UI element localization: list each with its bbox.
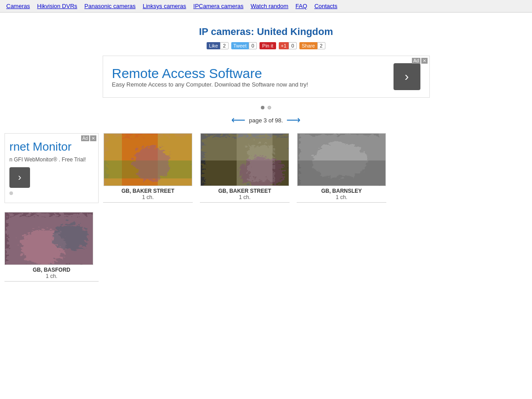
- main-content: IP cameras: United Kingdom Like 2 Tweet …: [0, 13, 532, 286]
- ad-label: Ad: [412, 58, 420, 64]
- left-ad-close-button[interactable]: ✕: [90, 135, 96, 141]
- ad-dot-1: [261, 106, 264, 109]
- pagination: ⟵ page 3 of 98. ⟶: [4, 114, 528, 126]
- svg-rect-14: [246, 143, 272, 178]
- social-row: Like 2 Tweet 0 Pin it +1 0 Share 2: [4, 42, 528, 49]
- nav-hikvision[interactable]: Hikvision DVRs: [35, 2, 80, 10]
- camera-thumb-2[interactable]: [297, 133, 386, 186]
- left-ad-sidebar: Ad ✕ rnet Monitor n GFI WebMonitor® . Fr…: [4, 133, 103, 282]
- ad-close-controls: Ad ✕: [412, 58, 427, 64]
- page-title: IP cameras: United Kingdom: [4, 26, 528, 38]
- page-info: page 3 of 98.: [249, 117, 283, 124]
- nav-contacts[interactable]: Contacts: [311, 2, 340, 10]
- left-ad-label: Ad: [81, 135, 89, 141]
- facebook-like-button[interactable]: Like 2: [207, 42, 228, 49]
- svg-point-3: [50, 221, 86, 248]
- camera-label-0: GB, BAKER STREET: [121, 188, 174, 194]
- camera-row-1: GB, BAKER STREET 1 ch.: [103, 133, 528, 203]
- left-ad-dot: [9, 191, 13, 195]
- camera-ch-2: 1 ch.: [297, 194, 386, 203]
- prev-page-button[interactable]: ⟵: [231, 114, 246, 126]
- camera-grid: GB, BAKER STREET 1 ch.: [103, 133, 528, 282]
- left-ad-heading: rnet Monitor: [9, 140, 94, 154]
- thumb-svg-2: [298, 134, 386, 186]
- ad-text: Remote Access Software Easy Remote Acces…: [112, 66, 308, 88]
- next-page-button[interactable]: ⟶: [286, 114, 301, 126]
- ad-banner: Ad ✕ Remote Access Software Easy Remote …: [103, 56, 430, 98]
- thumb-svg-0: [104, 134, 192, 186]
- nav-linksys[interactable]: Linksys cameras: [140, 2, 189, 10]
- fb-like-count: 2: [220, 42, 228, 49]
- fb-like-label: Like: [207, 42, 220, 49]
- camera-item-0: GB, BAKER STREET 1 ch.: [103, 133, 193, 203]
- camera-item-2: GB, BARNSLEY 1 ch.: [297, 133, 386, 203]
- camera-basford-ch: 1 ch.: [4, 273, 99, 282]
- nav-cameras[interactable]: Cameras: [4, 2, 33, 10]
- camera-thumb-0[interactable]: [104, 133, 192, 186]
- tw-tweet-label: Tweet: [231, 42, 249, 49]
- camera-label-1: GB, BAKER STREET: [218, 188, 271, 194]
- ad-close-button[interactable]: ✕: [421, 58, 428, 64]
- camera-basford-container: GB, BASFORD 1 ch.: [4, 212, 99, 282]
- share-count: 2: [317, 42, 325, 49]
- ad-dots: [4, 104, 528, 111]
- nav-watch-random[interactable]: Watch random: [248, 2, 291, 10]
- ad-heading: Remote Access Software: [112, 66, 308, 81]
- thumb-svg-1: [201, 134, 289, 186]
- camera-ch-0: 1 ch.: [103, 194, 193, 203]
- ad-arrow-button[interactable]: ›: [394, 63, 420, 90]
- tw-tweet-count: 0: [249, 42, 257, 49]
- camera-thumb-1[interactable]: [200, 133, 289, 186]
- nav-faq[interactable]: FAQ: [293, 2, 310, 10]
- ad-dot-2: [268, 106, 271, 109]
- camera-basford-label: GB, BASFORD: [4, 267, 99, 273]
- left-ad-arrow-button[interactable]: ›: [9, 167, 30, 188]
- pin-label: Pin it: [260, 42, 276, 49]
- svg-rect-8: [104, 134, 192, 186]
- share-button[interactable]: Share 2: [299, 42, 325, 49]
- camera-label-2: GB, BARNSLEY: [321, 188, 362, 194]
- nav-panasonic[interactable]: Panasonic cameras: [82, 2, 138, 10]
- nav-bar: Cameras Hikvision DVRs Panasonic cameras…: [0, 0, 532, 13]
- pinterest-pin-button[interactable]: Pin it: [260, 42, 276, 49]
- thumb-svg: [5, 213, 93, 265]
- ad-description: Easy Remote Access to any Computer. Down…: [112, 81, 308, 88]
- thumb-inner: [5, 213, 93, 265]
- gplus-count: 0: [289, 42, 297, 49]
- content-area: Ad ✕ rnet Monitor n GFI WebMonitor® . Fr…: [4, 133, 528, 282]
- camera-ch-1: 1 ch.: [200, 194, 290, 203]
- share-label: Share: [299, 42, 317, 49]
- svg-rect-18: [298, 160, 386, 186]
- left-ad-banner: Ad ✕ rnet Monitor n GFI WebMonitor® . Fr…: [4, 133, 99, 203]
- camera-basford-thumb[interactable]: [4, 212, 93, 265]
- camera-item-1: GB, BAKER STREET 1 ch.: [200, 133, 290, 203]
- gplus-button[interactable]: +1 0: [279, 42, 297, 49]
- nav-ipcamera[interactable]: IPCamera cameras: [190, 2, 246, 10]
- left-ad-close: Ad ✕: [81, 135, 96, 141]
- left-ad-description: n GFI WebMonitor® . Free Trial!: [9, 156, 94, 163]
- twitter-tweet-button[interactable]: Tweet 0: [231, 42, 257, 49]
- gplus-label: +1: [279, 42, 289, 49]
